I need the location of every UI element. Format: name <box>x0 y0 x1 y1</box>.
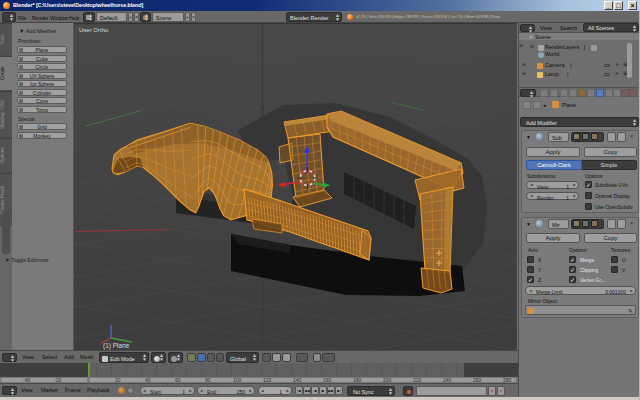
svg-text:(1) Plane: (1) Plane <box>103 342 130 350</box>
svg-text:User Ortho: User Ortho <box>79 27 109 33</box>
